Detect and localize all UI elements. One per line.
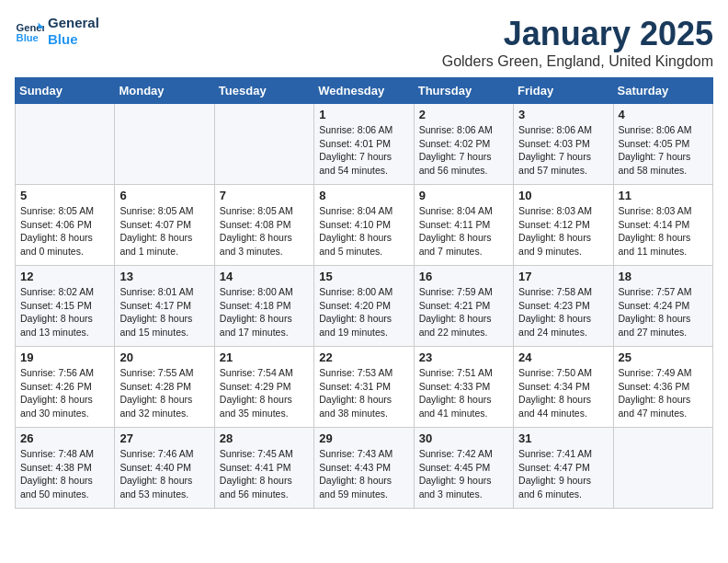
calendar-cell	[214, 104, 313, 185]
logo-line2: Blue	[48, 31, 99, 48]
calendar-cell: 5Sunrise: 8:05 AMSunset: 4:06 PMDaylight…	[16, 185, 115, 266]
day-number: 16	[419, 270, 508, 283]
cell-content: Sunrise: 8:00 AMSunset: 4:20 PMDaylight:…	[319, 285, 408, 339]
day-number: 19	[20, 350, 109, 364]
cell-content: Sunrise: 8:05 AMSunset: 4:06 PMDaylight:…	[20, 204, 109, 259]
calendar-week-3: 12Sunrise: 8:02 AMSunset: 4:15 PMDayligh…	[16, 266, 713, 347]
day-number: 22	[319, 350, 408, 364]
cell-content: Sunrise: 7:54 AMSunset: 4:29 PMDaylight:…	[220, 366, 309, 420]
day-number: 12	[20, 270, 109, 283]
day-number: 8	[319, 189, 408, 202]
calendar-cell: 4Sunrise: 8:06 AMSunset: 4:05 PMDaylight…	[613, 104, 712, 185]
day-number: 25	[619, 350, 708, 364]
day-number: 1	[319, 108, 408, 121]
day-number: 3	[518, 108, 608, 121]
day-number: 31	[518, 431, 608, 445]
calendar-cell: 28Sunrise: 7:45 AMSunset: 4:41 PMDayligh…	[214, 428, 313, 509]
cell-content: Sunrise: 8:06 AMSunset: 4:05 PMDaylight:…	[619, 123, 708, 178]
calendar-cell: 2Sunrise: 8:06 AMSunset: 4:02 PMDaylight…	[414, 104, 513, 185]
calendar-cell: 24Sunrise: 7:50 AMSunset: 4:34 PMDayligh…	[514, 347, 613, 428]
day-number: 23	[419, 350, 508, 364]
calendar-cell: 25Sunrise: 7:49 AMSunset: 4:36 PMDayligh…	[613, 347, 712, 428]
calendar-cell: 21Sunrise: 7:54 AMSunset: 4:29 PMDayligh…	[214, 347, 313, 428]
calendar-cell: 10Sunrise: 8:03 AMSunset: 4:12 PMDayligh…	[514, 185, 613, 266]
cell-content: Sunrise: 8:00 AMSunset: 4:18 PMDaylight:…	[220, 285, 309, 339]
calendar-week-5: 26Sunrise: 7:48 AMSunset: 4:38 PMDayligh…	[16, 428, 713, 509]
calendar-cell: 16Sunrise: 7:59 AMSunset: 4:21 PMDayligh…	[414, 266, 513, 347]
day-number: 14	[220, 270, 309, 283]
day-header-sunday: Sunday	[16, 78, 115, 104]
day-number: 7	[220, 189, 309, 202]
calendar-cell: 8Sunrise: 8:04 AMSunset: 4:10 PMDaylight…	[314, 185, 414, 266]
calendar-cell: 1Sunrise: 8:06 AMSunset: 4:01 PMDaylight…	[314, 104, 414, 185]
day-number: 5	[20, 189, 109, 202]
calendar-cell: 30Sunrise: 7:42 AMSunset: 4:45 PMDayligh…	[414, 428, 513, 509]
subtitle: Golders Green, England, United Kingdom	[442, 53, 713, 70]
calendar-cell: 23Sunrise: 7:51 AMSunset: 4:33 PMDayligh…	[414, 347, 513, 428]
day-number: 4	[619, 108, 708, 121]
logo-icon: General Blue	[15, 17, 44, 46]
calendar-cell	[16, 104, 115, 185]
calendar-cell: 20Sunrise: 7:55 AMSunset: 4:28 PMDayligh…	[115, 347, 214, 428]
day-number: 2	[419, 108, 508, 121]
day-number: 13	[119, 270, 209, 283]
cell-content: Sunrise: 8:03 AMSunset: 4:12 PMDaylight:…	[518, 204, 608, 259]
cell-content: Sunrise: 7:59 AMSunset: 4:21 PMDaylight:…	[419, 285, 508, 339]
cell-content: Sunrise: 8:05 AMSunset: 4:08 PMDaylight:…	[220, 204, 309, 259]
day-number: 10	[518, 189, 608, 202]
cell-content: Sunrise: 7:43 AMSunset: 4:43 PMDaylight:…	[319, 447, 408, 501]
cell-content: Sunrise: 7:48 AMSunset: 4:38 PMDaylight:…	[20, 447, 109, 501]
day-header-wednesday: Wednesday	[314, 78, 414, 104]
calendar-week-2: 5Sunrise: 8:05 AMSunset: 4:06 PMDaylight…	[16, 185, 713, 266]
cell-content: Sunrise: 7:57 AMSunset: 4:24 PMDaylight:…	[619, 285, 708, 339]
calendar-cell: 19Sunrise: 7:56 AMSunset: 4:26 PMDayligh…	[16, 347, 115, 428]
calendar-cell: 27Sunrise: 7:46 AMSunset: 4:40 PMDayligh…	[115, 428, 214, 509]
svg-text:Blue: Blue	[17, 32, 39, 43]
calendar-cell: 13Sunrise: 8:01 AMSunset: 4:17 PMDayligh…	[115, 266, 214, 347]
cell-content: Sunrise: 7:49 AMSunset: 4:36 PMDaylight:…	[619, 366, 708, 420]
day-number: 21	[220, 350, 309, 364]
cell-content: Sunrise: 7:58 AMSunset: 4:23 PMDaylight:…	[518, 285, 608, 339]
logo: General Blue General Blue	[15, 15, 99, 48]
cell-content: Sunrise: 7:53 AMSunset: 4:31 PMDaylight:…	[319, 366, 408, 420]
cell-content: Sunrise: 8:02 AMSunset: 4:15 PMDaylight:…	[20, 285, 109, 339]
cell-content: Sunrise: 7:45 AMSunset: 4:41 PMDaylight:…	[220, 447, 309, 501]
calendar-cell: 11Sunrise: 8:03 AMSunset: 4:14 PMDayligh…	[613, 185, 712, 266]
logo-line1: General	[48, 15, 99, 31]
day-header-friday: Friday	[514, 78, 613, 104]
cell-content: Sunrise: 8:03 AMSunset: 4:14 PMDaylight:…	[619, 204, 708, 259]
day-header-saturday: Saturday	[613, 78, 712, 104]
day-number: 6	[119, 189, 209, 202]
calendar-cell: 3Sunrise: 8:06 AMSunset: 4:03 PMDaylight…	[514, 104, 613, 185]
day-number: 20	[119, 350, 209, 364]
cell-content: Sunrise: 8:05 AMSunset: 4:07 PMDaylight:…	[119, 204, 209, 259]
calendar-week-4: 19Sunrise: 7:56 AMSunset: 4:26 PMDayligh…	[16, 347, 713, 428]
cell-content: Sunrise: 7:55 AMSunset: 4:28 PMDaylight:…	[119, 366, 209, 420]
calendar-cell: 15Sunrise: 8:00 AMSunset: 4:20 PMDayligh…	[314, 266, 414, 347]
day-number: 24	[518, 350, 608, 364]
day-number: 17	[518, 270, 608, 283]
cell-content: Sunrise: 7:41 AMSunset: 4:47 PMDaylight:…	[518, 447, 608, 501]
day-number: 9	[419, 189, 508, 202]
cell-content: Sunrise: 7:56 AMSunset: 4:26 PMDaylight:…	[20, 366, 109, 420]
title-block: January 2025 Golders Green, England, Uni…	[442, 15, 713, 70]
day-number: 18	[619, 270, 708, 283]
cell-content: Sunrise: 8:01 AMSunset: 4:17 PMDaylight:…	[119, 285, 209, 339]
day-number: 15	[319, 270, 408, 283]
day-header-tuesday: Tuesday	[214, 78, 313, 104]
cell-content: Sunrise: 8:06 AMSunset: 4:01 PMDaylight:…	[319, 123, 408, 178]
calendar-cell: 14Sunrise: 8:00 AMSunset: 4:18 PMDayligh…	[214, 266, 313, 347]
calendar-header-row: SundayMondayTuesdayWednesdayThursdayFrid…	[16, 78, 713, 104]
cell-content: Sunrise: 7:50 AMSunset: 4:34 PMDaylight:…	[518, 366, 608, 420]
day-number: 26	[20, 431, 109, 445]
day-number: 11	[619, 189, 708, 202]
cell-content: Sunrise: 7:51 AMSunset: 4:33 PMDaylight:…	[419, 366, 508, 420]
cell-content: Sunrise: 8:04 AMSunset: 4:10 PMDaylight:…	[319, 204, 408, 259]
day-header-monday: Monday	[115, 78, 214, 104]
cell-content: Sunrise: 8:06 AMSunset: 4:03 PMDaylight:…	[518, 123, 608, 178]
calendar-cell: 17Sunrise: 7:58 AMSunset: 4:23 PMDayligh…	[514, 266, 613, 347]
day-number: 27	[119, 431, 209, 445]
day-number: 29	[319, 431, 408, 445]
cell-content: Sunrise: 8:06 AMSunset: 4:02 PMDaylight:…	[419, 123, 508, 178]
day-number: 30	[419, 431, 508, 445]
